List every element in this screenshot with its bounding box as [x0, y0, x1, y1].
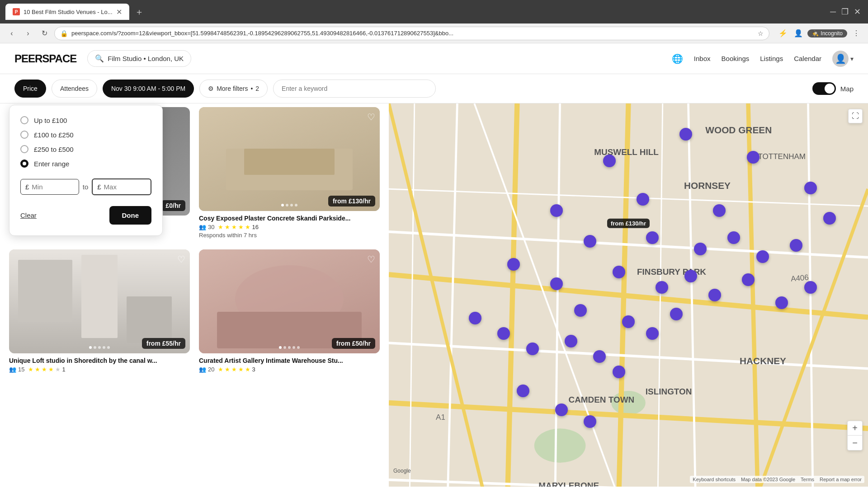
- nav-bookings[interactable]: Bookings: [722, 55, 750, 62]
- map-pin[interactable]: [742, 273, 755, 286]
- nav-calendar[interactable]: Calendar: [794, 55, 821, 62]
- map-pin[interactable]: [684, 270, 697, 282]
- map-pin[interactable]: [603, 155, 616, 167]
- dot-2-3: [103, 346, 105, 349]
- refresh-button[interactable]: ↻: [38, 27, 51, 40]
- favorite-button-1[interactable]: ♡: [367, 112, 375, 122]
- map-pin[interactable]: [517, 385, 529, 397]
- peerspace-logo[interactable]: PEERSPACE: [14, 52, 76, 65]
- radio-up-to-100[interactable]: [20, 116, 28, 124]
- listing-card-3[interactable]: ♡ from £50/hr Curated Artist Gallery Int…: [194, 249, 380, 373]
- max-price-input[interactable]: [104, 183, 146, 191]
- new-tab-button[interactable]: ＋: [135, 6, 144, 18]
- price-option-100-250[interactable]: £100 to £250: [20, 131, 151, 139]
- map-pin[interactable]: [804, 182, 817, 194]
- map-pin[interactable]: [613, 266, 625, 278]
- map-pin[interactable]: [550, 277, 563, 290]
- map-pin[interactable]: [622, 315, 635, 328]
- nav-inbox[interactable]: Inbox: [694, 55, 711, 62]
- price-option-up-to-100[interactable]: Up to £100: [20, 116, 151, 124]
- keyword-input[interactable]: [273, 80, 436, 98]
- star-1-2: ★: [231, 224, 237, 230]
- map-pin[interactable]: [804, 281, 817, 294]
- dot-1-2: [290, 204, 293, 206]
- map-pin[interactable]: [613, 366, 625, 378]
- map-pin[interactable]: [646, 327, 659, 340]
- menu-icon[interactable]: ⋮: [850, 27, 863, 40]
- toolbar-actions: ⚡ 👤 🕵 Incognito ⋮: [777, 27, 863, 40]
- keyboard-shortcuts-link[interactable]: Keyboard shortcuts: [693, 477, 736, 482]
- user-menu[interactable]: 👤 ▾: [832, 51, 854, 67]
- map-toggle[interactable]: Map: [812, 82, 854, 95]
- radio-enter-range[interactable]: [20, 160, 28, 168]
- map-pin[interactable]: [646, 231, 659, 244]
- radio-100-250[interactable]: [20, 131, 28, 139]
- map-pin[interactable]: [679, 128, 692, 141]
- datetime-filter-button[interactable]: Nov 30 9:00 AM - 5:00 PM: [103, 80, 194, 98]
- done-button[interactable]: Done: [109, 206, 152, 225]
- forward-button[interactable]: ›: [22, 27, 34, 40]
- browser-tab[interactable]: P 10 Best Film Studio Venues - Lo... ✕: [5, 4, 129, 20]
- maximize-icon[interactable]: ❐: [840, 5, 850, 19]
- map-pin[interactable]: [637, 193, 649, 206]
- zoom-out-button[interactable]: −: [848, 436, 862, 450]
- fullscreen-button[interactable]: ⛶: [848, 109, 863, 123]
- map-pin[interactable]: [727, 231, 740, 244]
- address-bar[interactable]: 🔒 peerspace.com/s/?zoom=12&viewport_bbox…: [54, 27, 769, 40]
- review-count-1: 16: [252, 224, 258, 230]
- map-pin[interactable]: [555, 404, 568, 416]
- map-pin[interactable]: [713, 204, 726, 217]
- map-pin[interactable]: [574, 304, 587, 317]
- map-pin[interactable]: [584, 235, 596, 248]
- attendees-filter-button[interactable]: Attendees: [52, 80, 97, 98]
- filter-sliders-icon: ⚙: [208, 85, 214, 92]
- map-pin[interactable]: [469, 312, 481, 324]
- minimize-icon[interactable]: ─: [828, 5, 838, 19]
- back-button[interactable]: ‹: [5, 27, 18, 40]
- price-option-250-500[interactable]: £250 to £500: [20, 145, 151, 153]
- map-area[interactable]: WOOD GREEN MUSWELL HILL HORNSEY N. TOTTE…: [389, 103, 868, 487]
- nav-listings[interactable]: Listings: [760, 55, 783, 62]
- map-pin[interactable]: [565, 335, 577, 347]
- min-price-input[interactable]: [32, 183, 74, 191]
- map-pin[interactable]: [747, 151, 760, 164]
- map-pin[interactable]: [708, 289, 721, 301]
- price-dropdown: Up to £100 £100 to £250 £250 to £500 Ent…: [9, 105, 163, 236]
- profile-icon[interactable]: 👤: [792, 27, 805, 40]
- globe-icon[interactable]: 🌐: [672, 53, 683, 64]
- map-pin[interactable]: [593, 350, 606, 363]
- map-pin[interactable]: [756, 250, 769, 263]
- bookmark-icon[interactable]: ☆: [758, 30, 764, 37]
- extensions-icon[interactable]: ⚡: [777, 27, 789, 40]
- map-pin[interactable]: [790, 239, 802, 252]
- listing-card-1[interactable]: ♡ from £130/hr Cosy Exposed Plaster Conc…: [194, 107, 380, 239]
- map-pin[interactable]: [775, 296, 788, 309]
- dot-1-0: [281, 204, 284, 206]
- favorite-button-2[interactable]: ♡: [177, 254, 185, 265]
- price-option-enter-range[interactable]: Enter range: [20, 160, 151, 168]
- map-pin[interactable]: [823, 212, 836, 225]
- map-pin[interactable]: [584, 415, 596, 428]
- map-pin[interactable]: [550, 204, 563, 217]
- clear-button[interactable]: Clear: [20, 211, 37, 219]
- map-pin[interactable]: [670, 308, 683, 320]
- listing-title-2: Unique Loft studio in Shoreditch by the …: [9, 357, 190, 364]
- zoom-in-button[interactable]: +: [848, 421, 862, 436]
- map-pin[interactable]: [656, 281, 668, 294]
- map-pin[interactable]: [694, 243, 707, 255]
- map-toggle-switch[interactable]: [812, 82, 836, 95]
- map-pin[interactable]: [526, 343, 539, 355]
- listing-card-2[interactable]: ♡ from £55/hr Unique Loft studio in Shor…: [9, 249, 194, 373]
- more-filters-button[interactable]: ⚙ More filters • 2: [199, 80, 268, 98]
- map-pin[interactable]: [507, 258, 520, 271]
- report-error-link[interactable]: Report a map error: [820, 477, 862, 482]
- chevron-down-icon: ▾: [850, 55, 854, 62]
- terms-link[interactable]: Terms: [801, 477, 814, 482]
- map-pin[interactable]: [497, 327, 510, 340]
- price-filter-button[interactable]: Price: [14, 80, 46, 98]
- search-bar[interactable]: 🔍 Film Studio • London, UK: [87, 50, 191, 67]
- favorite-button-3[interactable]: ♡: [367, 254, 375, 265]
- close-icon[interactable]: ✕: [852, 5, 863, 19]
- radio-250-500[interactable]: [20, 145, 28, 153]
- tab-close-button[interactable]: ✕: [116, 8, 122, 16]
